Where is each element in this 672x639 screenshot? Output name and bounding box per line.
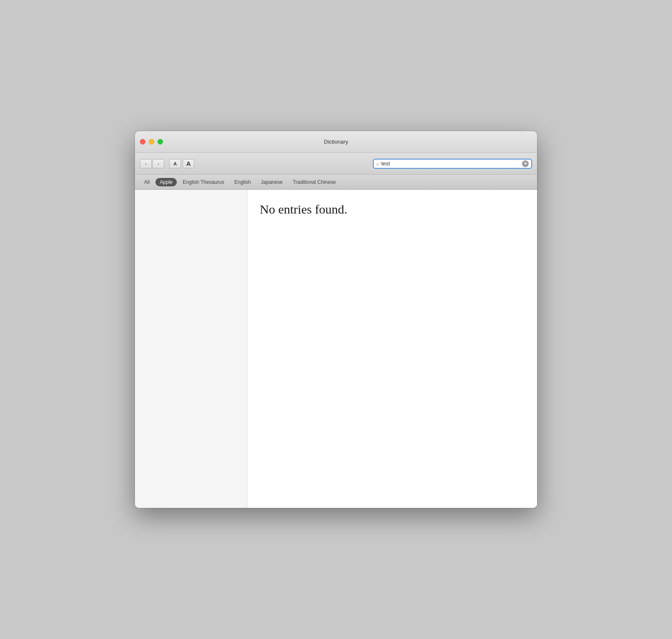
nav-buttons: ‹ › [140, 159, 164, 168]
tab-bar: All Apple English Thesaurus English Japa… [135, 175, 537, 190]
close-button[interactable] [140, 139, 145, 144]
search-box: ⌕ ✕ [373, 159, 532, 169]
back-arrow-icon: ‹ [145, 161, 147, 166]
main-content: No entries found. [247, 190, 537, 508]
forward-arrow-icon: › [158, 161, 159, 166]
font-size-controls: A A [169, 159, 194, 168]
font-increase-button[interactable]: A [183, 159, 194, 168]
sidebar [135, 190, 247, 508]
traffic-lights [140, 139, 163, 144]
search-clear-button[interactable]: ✕ [522, 160, 529, 167]
no-entries-message: No entries found. [260, 202, 525, 216]
maximize-button[interactable] [158, 139, 163, 144]
tab-english-thesaurus[interactable]: English Thesaurus [178, 178, 228, 186]
toolbar: ‹ › A A ⌕ ✕ [135, 153, 537, 175]
tab-all[interactable]: All [140, 178, 154, 186]
tab-traditional-chinese[interactable]: Traditional Chinese [289, 178, 340, 186]
search-container: ⌕ ✕ [198, 159, 532, 169]
search-input[interactable] [381, 160, 520, 167]
dictionary-window: Dictionary ‹ › A A ⌕ ✕ [135, 131, 537, 508]
close-icon: ✕ [524, 161, 527, 166]
tab-japanese[interactable]: Japanese [257, 178, 287, 186]
window-title: Dictionary [324, 139, 348, 145]
font-decrease-button[interactable]: A [169, 159, 181, 168]
minimize-button[interactable] [149, 139, 154, 144]
content-area: No entries found. [135, 190, 537, 508]
tab-english[interactable]: English [230, 178, 255, 186]
search-icon: ⌕ [376, 160, 380, 167]
back-button[interactable]: ‹ [140, 159, 152, 168]
forward-button[interactable]: › [152, 159, 164, 168]
tab-apple[interactable]: Apple [155, 178, 177, 186]
titlebar: Dictionary [135, 131, 537, 153]
